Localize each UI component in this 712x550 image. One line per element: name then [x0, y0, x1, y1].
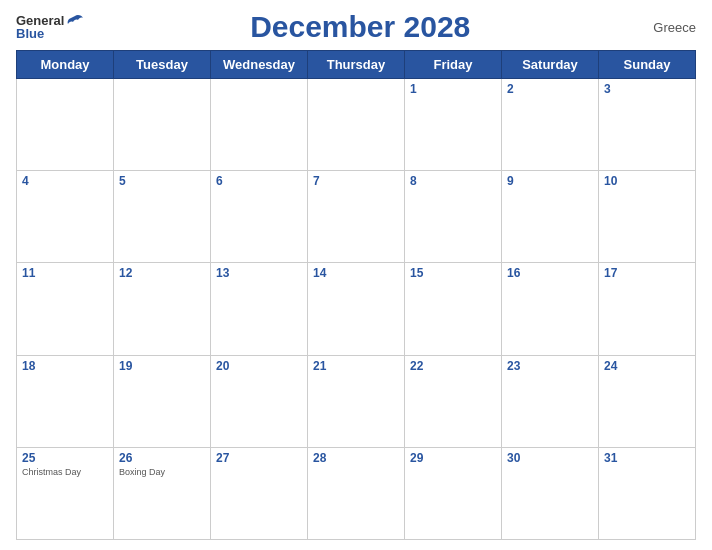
calendar-day-cell: 9 — [502, 171, 599, 263]
day-number: 26 — [119, 451, 205, 465]
day-number: 30 — [507, 451, 593, 465]
day-of-week-header: Monday — [17, 51, 114, 79]
calendar-day-cell: 21 — [308, 355, 405, 447]
country-label: Greece — [636, 20, 696, 35]
day-number: 6 — [216, 174, 302, 188]
calendar-day-cell — [17, 79, 114, 171]
calendar-day-cell: 27 — [211, 447, 308, 539]
day-of-week-header: Sunday — [599, 51, 696, 79]
day-number: 5 — [119, 174, 205, 188]
calendar-week-row: 123 — [17, 79, 696, 171]
calendar-day-cell: 8 — [405, 171, 502, 263]
day-number: 10 — [604, 174, 690, 188]
calendar-day-cell: 7 — [308, 171, 405, 263]
day-of-week-header: Saturday — [502, 51, 599, 79]
day-number: 7 — [313, 174, 399, 188]
calendar-day-cell — [114, 79, 211, 171]
calendar-day-cell: 6 — [211, 171, 308, 263]
calendar-day-cell: 19 — [114, 355, 211, 447]
day-number: 3 — [604, 82, 690, 96]
day-of-week-header: Tuesday — [114, 51, 211, 79]
calendar-day-cell: 1 — [405, 79, 502, 171]
day-of-week-header: Friday — [405, 51, 502, 79]
calendar-day-cell: 28 — [308, 447, 405, 539]
day-number: 13 — [216, 266, 302, 280]
day-number: 28 — [313, 451, 399, 465]
calendar-day-cell: 20 — [211, 355, 308, 447]
calendar-day-cell: 22 — [405, 355, 502, 447]
day-number: 25 — [22, 451, 108, 465]
calendar-week-row: 18192021222324 — [17, 355, 696, 447]
day-number: 1 — [410, 82, 496, 96]
day-number: 11 — [22, 266, 108, 280]
day-number: 22 — [410, 359, 496, 373]
calendar-day-cell: 25Christmas Day — [17, 447, 114, 539]
calendar-week-row: 25Christmas Day26Boxing Day2728293031 — [17, 447, 696, 539]
day-number: 17 — [604, 266, 690, 280]
calendar-day-cell: 12 — [114, 263, 211, 355]
logo-bird-icon — [66, 14, 84, 28]
day-number: 14 — [313, 266, 399, 280]
day-number: 9 — [507, 174, 593, 188]
calendar-day-cell: 23 — [502, 355, 599, 447]
calendar-day-cell: 5 — [114, 171, 211, 263]
calendar-week-row: 11121314151617 — [17, 263, 696, 355]
calendar-day-cell: 13 — [211, 263, 308, 355]
day-number: 15 — [410, 266, 496, 280]
holiday-label: Boxing Day — [119, 467, 205, 477]
calendar-header-row: MondayTuesdayWednesdayThursdayFridaySatu… — [17, 51, 696, 79]
calendar-day-cell: 30 — [502, 447, 599, 539]
calendar-day-cell: 24 — [599, 355, 696, 447]
calendar-day-cell: 26Boxing Day — [114, 447, 211, 539]
calendar-day-cell: 3 — [599, 79, 696, 171]
day-number: 27 — [216, 451, 302, 465]
calendar-day-cell: 14 — [308, 263, 405, 355]
calendar-day-cell — [211, 79, 308, 171]
calendar-day-cell: 31 — [599, 447, 696, 539]
day-of-week-header: Wednesday — [211, 51, 308, 79]
calendar-day-cell: 11 — [17, 263, 114, 355]
calendar-day-cell — [308, 79, 405, 171]
day-number: 21 — [313, 359, 399, 373]
holiday-label: Christmas Day — [22, 467, 108, 477]
calendar-day-cell: 16 — [502, 263, 599, 355]
calendar-day-cell: 18 — [17, 355, 114, 447]
calendar-day-cell: 29 — [405, 447, 502, 539]
calendar-day-cell: 2 — [502, 79, 599, 171]
day-number: 8 — [410, 174, 496, 188]
day-number: 19 — [119, 359, 205, 373]
day-number: 4 — [22, 174, 108, 188]
day-number: 24 — [604, 359, 690, 373]
day-number: 2 — [507, 82, 593, 96]
day-number: 20 — [216, 359, 302, 373]
calendar-day-cell: 15 — [405, 263, 502, 355]
day-number: 16 — [507, 266, 593, 280]
logo-blue-text: Blue — [16, 26, 44, 41]
day-number: 23 — [507, 359, 593, 373]
calendar-week-row: 45678910 — [17, 171, 696, 263]
calendar-table: MondayTuesdayWednesdayThursdayFridaySatu… — [16, 50, 696, 540]
day-number: 29 — [410, 451, 496, 465]
day-number: 18 — [22, 359, 108, 373]
calendar-day-cell: 4 — [17, 171, 114, 263]
calendar-header: General Blue December 2028 Greece — [16, 10, 696, 44]
day-number: 31 — [604, 451, 690, 465]
day-of-week-header: Thursday — [308, 51, 405, 79]
calendar-title: December 2028 — [84, 10, 636, 44]
calendar-day-cell: 17 — [599, 263, 696, 355]
logo: General Blue — [16, 13, 84, 41]
calendar-day-cell: 10 — [599, 171, 696, 263]
day-number: 12 — [119, 266, 205, 280]
